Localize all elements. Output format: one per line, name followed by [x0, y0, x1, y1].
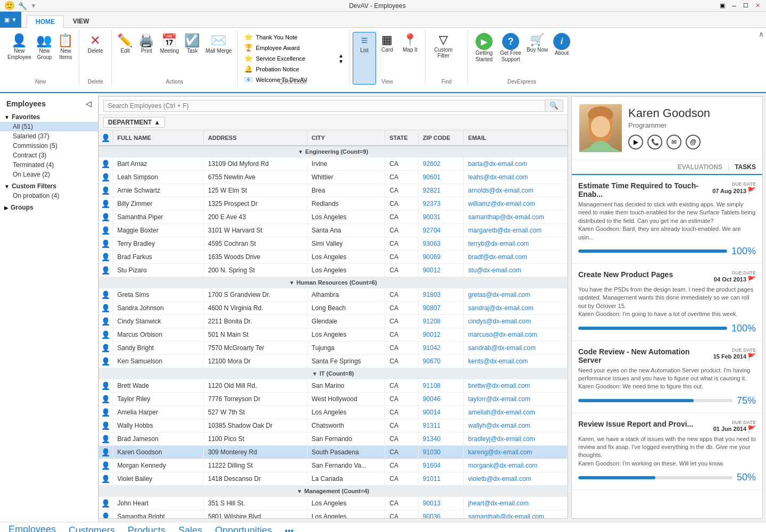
bottom-tab-more[interactable]: •••	[285, 526, 294, 533]
col-zip[interactable]: ZIP CODE	[418, 130, 463, 146]
sidebar-item-salaried[interactable]: Salaried (37)	[0, 131, 98, 141]
tab-tasks[interactable]: TASKS	[735, 163, 756, 171]
sidebar-item-contract[interactable]: Contract (3)	[0, 151, 98, 160]
new-group-button[interactable]: 👥 NewGroup	[34, 32, 54, 85]
group-row[interactable]: ▼Engineering (Count=9)	[99, 146, 568, 157]
table-row[interactable]: 👤 Sandy Bright 7570 McGroarty Ter Tujung…	[99, 342, 568, 355]
get-free-support-button[interactable]: ? Get FreeSupport	[498, 32, 523, 85]
print-button[interactable]: 🖨️ Print	[136, 32, 156, 85]
app-menu-button[interactable]: ▣ ▼	[0, 12, 21, 28]
tab-view[interactable]: VIEW	[64, 15, 98, 27]
sidebar-collapse-icon[interactable]: ◁	[86, 99, 91, 108]
task-item[interactable]: Review Issue Report and Provi... DUE DAT…	[572, 413, 762, 491]
table-row[interactable]: 👤 Terry Bradley 4595 Cochran St Simi Val…	[99, 237, 568, 251]
meeting-button[interactable]: 📅 Meeting	[157, 32, 181, 85]
table-row[interactable]: 👤 Ken Samuelson 12100 Mora Dr Santa Fe S…	[99, 355, 568, 368]
task-item[interactable]: Estimate Time Required to Touch-Enab... …	[572, 175, 762, 264]
row-name: Arnie Schwartz	[113, 184, 204, 197]
task-item[interactable]: Code Review - New Automation Server DUE …	[572, 341, 762, 413]
table-row[interactable]: 👤 Arnie Schwartz 125 W Elm St Brea CA 92…	[99, 184, 568, 197]
row-email: taylorr@dx-email.com	[464, 393, 568, 406]
tab-home[interactable]: HOME	[27, 15, 64, 28]
bottom-tab-sales[interactable]: Sales	[178, 525, 202, 532]
table-row[interactable]: 👤 Brad Farkus 1635 Woods Drive Los Angel…	[99, 251, 568, 264]
getting-started-button[interactable]: ▶ GettingStarted	[471, 32, 497, 85]
table-row[interactable]: 👤 Marcus Orbison 501 N Main St Los Angel…	[99, 328, 568, 342]
about-button[interactable]: i About	[551, 32, 572, 85]
profile-action-email[interactable]: @	[686, 135, 701, 149]
sidebar-item-all[interactable]: All (51)	[0, 122, 98, 131]
employee-award-button[interactable]: 🏆 Employee Award	[242, 43, 337, 53]
search-button[interactable]: 🔍	[545, 99, 563, 112]
table-row[interactable]: 👤 Taylor Riley 7776 Torreyson Dr West Ho…	[99, 393, 568, 406]
col-city[interactable]: CITY	[307, 130, 385, 146]
map-it-button[interactable]: 📍 Map It	[398, 32, 422, 85]
group-row[interactable]: ▼Human Resources (Count=6)	[99, 277, 568, 288]
bottom-tab-opportunities[interactable]: Opportunities	[215, 525, 272, 532]
delete-button[interactable]: ✕ Delete	[84, 32, 107, 85]
new-employee-button[interactable]: 👤 NewEmployee	[5, 32, 33, 85]
sidebar-item-terminated[interactable]: Terminated (4)	[0, 160, 98, 170]
bottom-tab-customers[interactable]: Customers	[69, 525, 115, 532]
thank-you-note-button[interactable]: ⭐ Thank You Note	[242, 32, 337, 42]
table-row[interactable]: 👤 Billy Zimmer 1325 Prospect Dr Redlands…	[99, 197, 568, 211]
table-row[interactable]: 👤 Sandra Johnson 4600 N Virginia Rd. Lon…	[99, 302, 568, 315]
restore-icon[interactable]: ─	[730, 2, 738, 10]
bottom-tab-products[interactable]: Products	[128, 525, 165, 532]
table-row[interactable]: 👤 Wally Hobbs 10385 Shadow Oak Dr Chatsw…	[99, 419, 568, 433]
group-row[interactable]: ▼IT (Count=8)	[99, 368, 568, 379]
employee-table: 👤 FULL NAME ADDRESS CITY STATE ZIP CODE …	[99, 130, 568, 518]
close-icon[interactable]: ✕	[753, 2, 762, 10]
probation-notice-button[interactable]: 🔔 Probation Notice	[242, 64, 337, 74]
profile-action-message[interactable]: ✉	[667, 135, 681, 149]
table-row[interactable]: 👤 Morgan Kennedy 11222 Dilling St San Fe…	[99, 459, 568, 472]
table-row[interactable]: 👤 Karen Goodson 309 Monterey Rd South Pa…	[99, 446, 568, 459]
card-view-button[interactable]: ▦ Card	[377, 32, 397, 85]
sidebar-item-on-leave[interactable]: On Leave (2)	[0, 170, 98, 179]
table-row[interactable]: 👤 Bart Arnaz 13109 Old Myford Rd Irvine …	[99, 157, 568, 171]
table-row[interactable]: 👤 Maggie Boxter 3101 W Harvard St Santa …	[99, 224, 568, 237]
table-row[interactable]: 👤 Violet Bailey 1418 Descanso Dr La Cana…	[99, 472, 568, 486]
minimize-icon[interactable]: ▣	[718, 2, 727, 10]
group-by-button[interactable]: DEPARTMENT ▲	[103, 117, 165, 128]
table-row[interactable]: 👤 Samantha Bright 5801 Wilshire Blvd. Lo…	[99, 510, 568, 519]
quick-letter-scroll-up[interactable]: ▲	[338, 53, 344, 59]
task-item[interactable]: Create New Product Pages DUE DATE 04 Oct…	[572, 264, 762, 341]
group-row[interactable]: ▼Management (Count=4)	[99, 486, 568, 497]
new-items-button[interactable]: 📋 NewItems	[55, 32, 76, 85]
edit-button[interactable]: ✏️ Edit	[115, 32, 135, 85]
col-address[interactable]: ADDRESS	[204, 130, 307, 146]
service-excellence-button[interactable]: ⭐ Service Excellence	[242, 53, 337, 63]
table-row[interactable]: 👤 Cindy Stanwick 2211 Bonita Dr. Glendal…	[99, 315, 568, 328]
table-row[interactable]: 👤 Leah Simpson 6755 Newlin Ave Whittier …	[99, 171, 568, 184]
buy-now-button[interactable]: 🛒 Buy Now	[524, 32, 550, 85]
table-row[interactable]: 👤 Samantha Piper 200 E Ave 43 Los Angele…	[99, 211, 568, 224]
maximize-icon[interactable]: ☐	[742, 2, 750, 10]
table-row[interactable]: 👤 Amelia Harper 527 W 7th St Los Angeles…	[99, 406, 568, 419]
favorites-header[interactable]: ▼ Favorites	[0, 112, 98, 122]
sidebar-item-commission[interactable]: Commission (5)	[0, 141, 98, 151]
table-row[interactable]: 👤 Stu Pizaro 200 N. Spring St Los Angele…	[99, 264, 568, 277]
table-row[interactable]: 👤 Brad Jameson 1100 Pico St San Fernando…	[99, 433, 568, 446]
custom-filters-header[interactable]: ▼ Custom Filters	[0, 181, 98, 191]
search-input[interactable]	[103, 100, 545, 112]
list-view-button[interactable]: ≡ List	[353, 32, 376, 85]
quick-letter-scroll-down[interactable]: ▼	[338, 59, 344, 64]
bottom-tab-employees[interactable]: Employees	[9, 524, 56, 532]
task-button[interactable]: ☑️ Task	[182, 32, 202, 85]
collapse-ribbon-button[interactable]: ∧	[759, 30, 764, 38]
col-fullname[interactable]: FULL NAME	[113, 130, 204, 146]
profile-action-play[interactable]: ▶	[628, 135, 643, 149]
groups-header[interactable]: ▶ Groups	[0, 203, 98, 212]
row-icon: 👤	[99, 419, 113, 433]
sidebar-item-on-probation[interactable]: On probation (4)	[0, 191, 98, 201]
profile-action-phone[interactable]: 📞	[647, 135, 662, 149]
col-email[interactable]: EMAIL	[464, 130, 568, 146]
col-state[interactable]: STATE	[385, 130, 419, 146]
table-row[interactable]: 👤 Brett Wade 1120 Old Mill Rd. San Marin…	[99, 379, 568, 393]
table-row[interactable]: 👤 John Heart 351 S Hill St. Los Angeles …	[99, 497, 568, 510]
mail-merge-button[interactable]: ✉️ Mail Merge	[203, 32, 234, 85]
tab-evaluations[interactable]: EVALUATIONS	[678, 163, 722, 171]
table-row[interactable]: 👤 Greta Sims 1700 S Grandview Dr. Alhamb…	[99, 288, 568, 302]
custom-filter-button[interactable]: ▽ CustomFilter	[429, 32, 458, 85]
